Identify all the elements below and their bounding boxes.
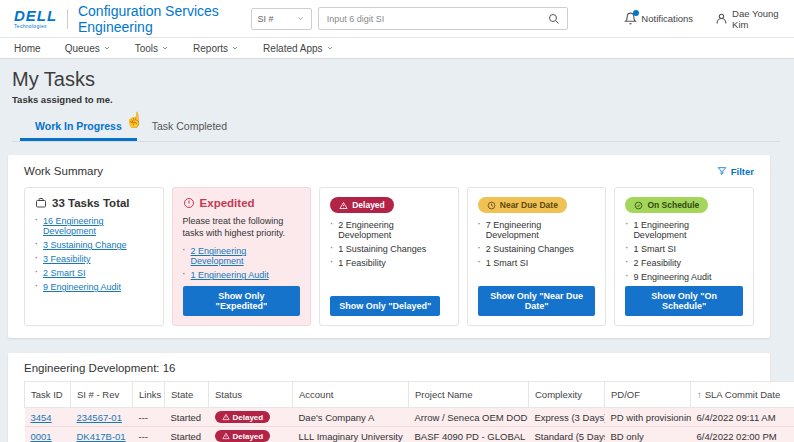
warning-triangle-icon bbox=[222, 432, 230, 440]
chevron-down-icon bbox=[161, 44, 169, 52]
list-item: 9 Engineering Audit bbox=[625, 272, 743, 282]
task-table-panel: Engineering Development: 16 Task ID SI #… bbox=[8, 353, 770, 442]
complexity-cell: Express (3 Days) bbox=[529, 408, 605, 427]
nav-tools-label: Tools bbox=[135, 43, 158, 54]
on-schedule-card: On Schedule 1 Engineering Development 1 … bbox=[614, 187, 754, 326]
task-type-link[interactable]: 2 Engineering Development bbox=[191, 246, 247, 266]
user-menu[interactable]: Dae Young Kim bbox=[715, 8, 780, 30]
col-status[interactable]: Status bbox=[209, 382, 293, 408]
account-cell: LLL Imaginary University bbox=[293, 427, 409, 442]
work-summary-title: Work Summary bbox=[24, 165, 103, 177]
task-table: Task ID SI # - Rev Links State Status Ac… bbox=[24, 381, 794, 442]
show-only-on-schedule-button[interactable]: Show Only "On Schedule" bbox=[625, 286, 743, 316]
status-label: Delayed bbox=[233, 413, 264, 422]
list-item: 7 Engineering Development bbox=[478, 220, 596, 240]
table-row[interactable]: 0001 DK417B-01 --- Started Delayed LLL I… bbox=[25, 427, 794, 442]
chevron-down-icon bbox=[231, 44, 239, 52]
show-only-near-due-button[interactable]: Show Only "Near Due Date" bbox=[478, 286, 596, 316]
si-number-dropdown[interactable]: SI # bbox=[251, 8, 312, 30]
complexity-cell: Standard (5 Days) bbox=[529, 427, 605, 442]
main-nav: Home Queues Tools Reports Related Apps bbox=[0, 38, 794, 59]
mouse-cursor-icon: ☝ bbox=[125, 111, 144, 129]
col-sla-commit-date[interactable]: ↑SLA Commit Date bbox=[691, 382, 794, 408]
tab-task-completed[interactable]: Task Completed bbox=[137, 115, 242, 141]
page-subtitle: Tasks assigned to me. bbox=[12, 94, 780, 105]
task-type-link[interactable]: 3 Feasibility bbox=[43, 254, 91, 264]
col-si-rev[interactable]: SI # - Rev bbox=[71, 382, 133, 408]
search-icon[interactable] bbox=[548, 13, 567, 25]
tab-work-in-progress[interactable]: Work In Progress bbox=[20, 115, 137, 141]
col-project-name[interactable]: Project Name bbox=[409, 382, 529, 408]
nav-item-reports[interactable]: Reports bbox=[193, 43, 239, 54]
table-row[interactable]: 3454 234567-01 --- Started Delayed Dae's… bbox=[25, 408, 794, 427]
chevron-down-icon bbox=[296, 14, 305, 23]
task-type-link[interactable]: 3 Sustaining Change bbox=[43, 240, 127, 250]
delayed-items: 2 Engineering Development 1 Sustaining C… bbox=[330, 220, 448, 272]
state-cell: Started bbox=[165, 408, 209, 427]
task-id-link[interactable]: 3454 bbox=[31, 412, 52, 423]
dell-logo-subtext: Technologies bbox=[14, 24, 57, 29]
task-type-link[interactable]: 9 Engineering Audit bbox=[43, 282, 121, 292]
bell-icon bbox=[624, 12, 637, 25]
nav-home-label: Home bbox=[14, 43, 41, 54]
task-table-title: Engineering Development: 16 bbox=[24, 362, 754, 374]
sla-cell: 6/4/2022 02:00 PM bbox=[691, 427, 794, 442]
nav-item-queues[interactable]: Queues bbox=[65, 43, 111, 54]
filter-button[interactable]: Filter bbox=[717, 166, 754, 177]
status-badge: Delayed bbox=[215, 411, 271, 423]
col-pd-of[interactable]: PD/OF bbox=[605, 382, 691, 408]
col-state[interactable]: State bbox=[165, 382, 209, 408]
list-item: 1 Smart SI bbox=[625, 244, 743, 254]
status-badge: Delayed bbox=[215, 430, 271, 442]
dell-logo-text: DELL bbox=[14, 8, 57, 23]
task-id-link[interactable]: 0001 bbox=[31, 431, 52, 442]
expedited-title: Expedited bbox=[200, 197, 255, 209]
list-item: 1 Smart SI bbox=[478, 258, 596, 268]
app-title: Configuration Services Engineering bbox=[78, 3, 251, 35]
list-item: 3 Sustaining Change bbox=[35, 240, 153, 250]
dell-logo[interactable]: DELL Technologies bbox=[14, 8, 57, 29]
list-item: 2 Engineering Development bbox=[330, 220, 448, 240]
on-schedule-badge-label: On Schedule bbox=[647, 200, 699, 210]
project-cell: BASF 4090 PD - GLOBAL bbox=[409, 427, 529, 442]
user-icon bbox=[715, 12, 728, 25]
work-summary-panel: Work Summary Filter 33 Tasks Total 16 En… bbox=[8, 155, 770, 338]
nav-item-home[interactable]: Home bbox=[14, 43, 41, 54]
briefcase-icon bbox=[35, 197, 47, 209]
si-rev-link[interactable]: DK417B-01 bbox=[77, 431, 126, 442]
list-item: 3 Feasibility bbox=[35, 254, 153, 264]
task-type-link[interactable]: 1 Engineering Audit bbox=[191, 270, 269, 280]
user-name: Dae Young Kim bbox=[732, 8, 780, 30]
show-only-expedited-button[interactable]: Show Only "Expedited" bbox=[183, 286, 301, 316]
list-item: 1 Engineering Development bbox=[625, 220, 743, 240]
notifications-button[interactable]: Notifications bbox=[624, 12, 693, 25]
task-type-link[interactable]: 16 Engineering Development bbox=[43, 216, 104, 236]
list-item: 16 Engineering Development bbox=[35, 216, 153, 236]
list-item: 9 Engineering Audit bbox=[35, 282, 153, 292]
col-links[interactable]: Links bbox=[133, 382, 165, 408]
clock-icon bbox=[487, 201, 496, 210]
col-account[interactable]: Account bbox=[293, 382, 409, 408]
show-only-delayed-button[interactable]: Show Only "Delayed" bbox=[330, 296, 440, 316]
list-item: 2 Sustaining Changes bbox=[478, 244, 596, 254]
nav-reports-label: Reports bbox=[193, 43, 228, 54]
task-type-link[interactable]: 2 Smart SI bbox=[43, 268, 86, 278]
near-due-date-card: Near Due Date 7 Engineering Development … bbox=[467, 187, 607, 326]
filter-funnel-icon bbox=[717, 166, 727, 176]
col-task-id[interactable]: Task ID bbox=[25, 382, 71, 408]
nav-item-tools[interactable]: Tools bbox=[135, 43, 169, 54]
si-rev-link[interactable]: 234567-01 bbox=[77, 412, 122, 423]
page-content: My Tasks Tasks assigned to me. Work In P… bbox=[0, 59, 794, 442]
on-schedule-badge: On Schedule bbox=[625, 197, 708, 213]
si-search-input[interactable] bbox=[319, 14, 549, 24]
col-complexity[interactable]: Complexity bbox=[529, 382, 605, 408]
warning-triangle-icon bbox=[222, 413, 230, 421]
near-due-date-badge: Near Due Date bbox=[478, 197, 567, 213]
filter-label: Filter bbox=[731, 166, 754, 177]
list-item: 1 Sustaining Changes bbox=[330, 244, 448, 254]
on-schedule-items: 1 Engineering Development 1 Smart SI 2 F… bbox=[625, 220, 743, 286]
notification-badge bbox=[633, 10, 639, 16]
delayed-badge-label: Delayed bbox=[352, 200, 385, 210]
pd-of-cell: PD with provisioning bbox=[605, 408, 691, 427]
nav-item-related-apps[interactable]: Related Apps bbox=[263, 43, 334, 54]
